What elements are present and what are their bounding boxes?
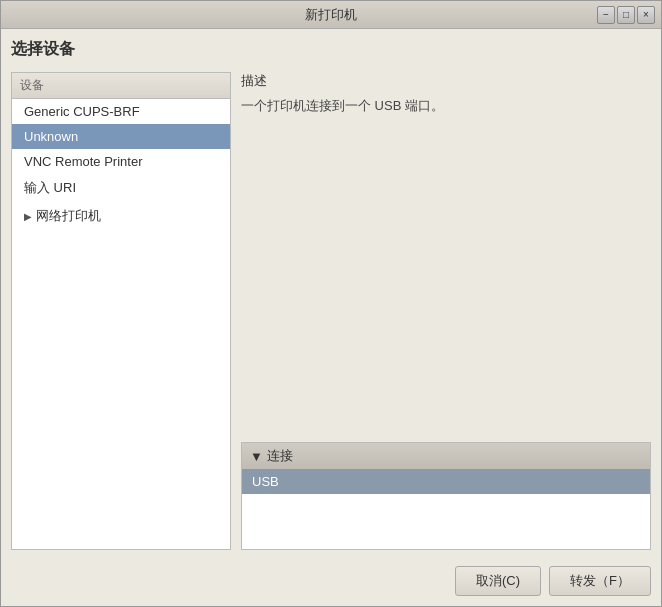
forward-button[interactable]: 转发（F） bbox=[549, 566, 651, 596]
maximize-button[interactable]: □ bbox=[617, 6, 635, 24]
connection-item-usb[interactable]: USB bbox=[242, 469, 650, 494]
connection-header[interactable]: ▼ 连接 bbox=[242, 443, 650, 469]
close-button[interactable]: × bbox=[637, 6, 655, 24]
device-item-network-printer[interactable]: ▶ 网络打印机 bbox=[12, 202, 230, 230]
connection-list: USB bbox=[242, 469, 650, 549]
footer: 取消(C) 转发（F） bbox=[1, 560, 661, 606]
titlebar: 新打印机 − □ × bbox=[1, 1, 661, 29]
cancel-button[interactable]: 取消(C) bbox=[455, 566, 541, 596]
device-item-vnc-remote-printer[interactable]: VNC Remote Printer bbox=[12, 149, 230, 174]
connection-label: 连接 bbox=[267, 447, 293, 465]
expand-icon: ▼ bbox=[250, 449, 263, 464]
device-item-generic-cups-brf[interactable]: Generic CUPS-BRF bbox=[12, 99, 230, 124]
main-window: 新打印机 − □ × 选择设备 设备 Generic CUPS-BRF Unkn… bbox=[0, 0, 662, 607]
device-list: Generic CUPS-BRF Unknown VNC Remote Prin… bbox=[12, 99, 230, 549]
description-section: 描述 一个打印机连接到一个 USB 端口。 bbox=[241, 72, 651, 434]
device-item-enter-uri[interactable]: 输入 URI bbox=[12, 174, 230, 202]
description-label: 描述 bbox=[241, 72, 651, 90]
device-item-unknown[interactable]: Unknown bbox=[12, 124, 230, 149]
device-panel: 设备 Generic CUPS-BRF Unknown VNC Remote P… bbox=[11, 72, 231, 550]
main-section: 设备 Generic CUPS-BRF Unknown VNC Remote P… bbox=[11, 72, 651, 550]
connection-section: ▼ 连接 USB bbox=[241, 442, 651, 550]
right-panel: 描述 一个打印机连接到一个 USB 端口。 ▼ 连接 USB bbox=[241, 72, 651, 550]
device-item-network-printer-label: 网络打印机 bbox=[36, 207, 101, 225]
minimize-button[interactable]: − bbox=[597, 6, 615, 24]
titlebar-buttons: − □ × bbox=[597, 6, 655, 24]
window-title: 新打印机 bbox=[305, 6, 357, 24]
description-text: 一个打印机连接到一个 USB 端口。 bbox=[241, 96, 651, 116]
device-panel-header: 设备 bbox=[12, 73, 230, 99]
page-title: 选择设备 bbox=[11, 39, 651, 60]
chevron-right-icon: ▶ bbox=[24, 211, 32, 222]
content-area: 选择设备 设备 Generic CUPS-BRF Unknown VNC Rem… bbox=[1, 29, 661, 560]
